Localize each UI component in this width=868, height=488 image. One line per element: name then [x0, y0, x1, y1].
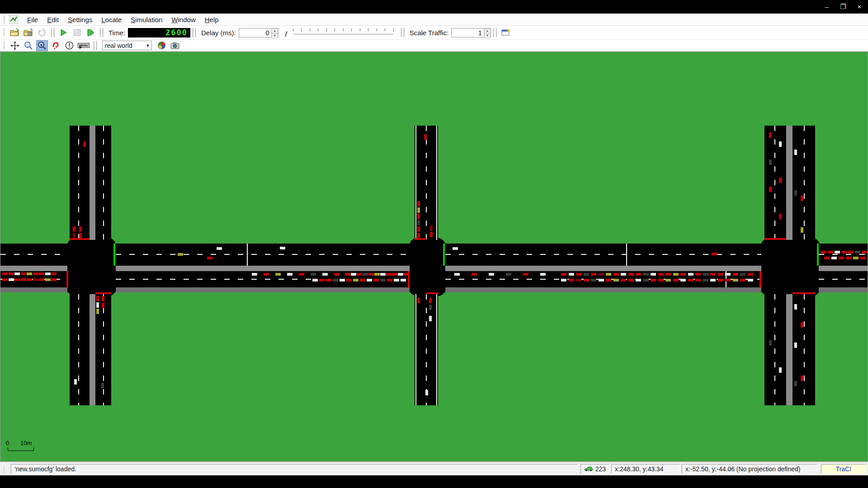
scale-spin-arrows[interactable]: ▲▼	[484, 28, 491, 37]
vehicle	[725, 273, 731, 276]
run-button[interactable]	[58, 27, 70, 38]
lane-marking	[116, 279, 410, 280]
color-scheme-dropdown[interactable]: real world ▼	[102, 41, 152, 50]
spin-up-icon[interactable]: ▲	[484, 28, 491, 33]
zoom-button[interactable]	[23, 40, 34, 51]
vehicle	[394, 279, 399, 282]
scale-traffic-value[interactable]: 1	[452, 28, 484, 37]
menu-bar: FileEditSettingsLocateSimulationWindowHe…	[0, 14, 868, 26]
delay-spinbox[interactable]: 0 ▲▼	[239, 28, 278, 38]
menu-settings[interactable]: Settings	[63, 14, 97, 25]
reload-button[interactable]	[36, 27, 48, 38]
road-median	[0, 266, 67, 271]
color-wheel-button[interactable]	[156, 40, 167, 51]
vehicle	[860, 257, 866, 259]
zoom-style-toggle-button[interactable]	[36, 40, 48, 51]
spin-down-icon[interactable]: ▼	[484, 33, 491, 38]
lane-marking	[116, 254, 410, 255]
tooltip-toggle-button[interactable]	[63, 40, 75, 51]
spin-up-icon[interactable]: ▲	[272, 28, 278, 33]
minimize-button[interactable]: –	[822, 2, 832, 11]
vehicle	[801, 322, 803, 328]
delay-slider[interactable]	[282, 28, 395, 38]
vehicle	[718, 273, 723, 276]
vehicle	[862, 251, 867, 253]
traffic-light-red	[426, 292, 438, 294]
vehicle	[628, 279, 634, 282]
vehicle	[561, 279, 566, 282]
slider-tick	[360, 28, 360, 31]
vehicle	[673, 279, 679, 282]
road-edge-line	[415, 294, 416, 405]
vehicle	[779, 367, 782, 373]
vehicle	[33, 272, 38, 275]
vehicle	[380, 279, 386, 282]
toolbar-grip[interactable]	[4, 15, 5, 23]
menu-simulation[interactable]: Simulation	[126, 14, 167, 25]
vehicle	[380, 273, 386, 276]
vehicle	[102, 303, 104, 308]
delay-spin-arrows[interactable]: ▲▼	[271, 28, 278, 37]
menu-locate[interactable]: Locate	[97, 14, 126, 25]
vehicle	[417, 220, 420, 225]
simulation-canvas[interactable]: 0 10m	[0, 52, 868, 462]
vehicle	[794, 381, 797, 386]
vehicle	[599, 273, 604, 276]
toolbar-separator	[193, 28, 196, 37]
lane-marking	[426, 126, 427, 240]
menu-popup-button[interactable]: MENU	[77, 40, 90, 51]
toolbar-grip[interactable]	[4, 28, 5, 37]
vehicle	[363, 273, 368, 276]
vehicle	[74, 379, 77, 385]
vehicle	[584, 279, 589, 282]
chevron-down-icon[interactable]: ▼	[144, 43, 151, 48]
slider-tick	[310, 28, 310, 31]
vehicle	[178, 253, 183, 256]
vehicle	[613, 273, 619, 276]
vehicle	[710, 279, 716, 282]
vehicle	[319, 279, 325, 282]
open-config-button[interactable]	[9, 27, 21, 38]
vehicle	[39, 272, 44, 275]
close-button[interactable]: ×	[854, 2, 864, 11]
road-median	[116, 266, 410, 271]
traffic-light-green	[113, 244, 115, 266]
lane-marking	[78, 126, 79, 240]
slider-tick	[343, 28, 344, 31]
maximize-button[interactable]: ❐	[838, 2, 848, 11]
vehicle-count-box: 223	[580, 464, 609, 474]
menu-window[interactable]: Window	[167, 14, 200, 25]
menu-edit[interactable]: Edit	[42, 14, 63, 25]
vehicle	[680, 279, 686, 282]
color-wheel-icon	[158, 42, 165, 49]
vehicle	[591, 273, 596, 276]
inspect-button[interactable]	[50, 40, 61, 51]
spin-down-icon[interactable]: ▼	[272, 33, 278, 38]
vehicle	[794, 190, 797, 196]
vehicle	[96, 296, 99, 301]
vehicle	[740, 279, 745, 282]
menu-help[interactable]: Help	[200, 14, 223, 25]
vehicle	[769, 187, 772, 192]
recenter-view-button[interactable]	[9, 40, 21, 51]
traci-indicator[interactable]: TraCI	[821, 464, 866, 474]
vehicle	[665, 279, 671, 282]
slider-tick	[377, 28, 377, 31]
delay-value[interactable]: 0	[239, 28, 271, 37]
vehicle	[275, 273, 281, 276]
slider-thumb[interactable]	[285, 31, 288, 37]
new-view-button[interactable]	[500, 27, 512, 38]
vehicle	[703, 273, 708, 276]
vehicle	[312, 279, 318, 282]
vehicle	[848, 251, 854, 253]
vehicle	[311, 273, 316, 276]
vehicle	[523, 273, 528, 276]
menu-file[interactable]: File	[23, 14, 42, 25]
snapshot-button[interactable]	[169, 40, 181, 51]
toolbar-grip[interactable]	[4, 42, 5, 50]
stop-button[interactable]	[71, 27, 83, 38]
vehicle	[748, 273, 753, 276]
step-button[interactable]	[85, 27, 97, 38]
open-network-button[interactable]	[23, 27, 34, 38]
scale-traffic-spinbox[interactable]: 1 ▲▼	[451, 28, 491, 38]
